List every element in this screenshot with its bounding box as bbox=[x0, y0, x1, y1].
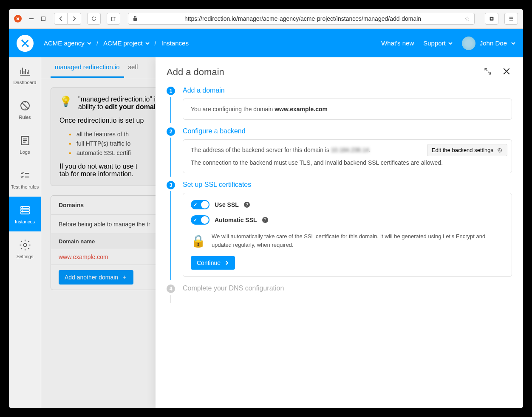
chevron-down-icon bbox=[511, 39, 515, 47]
forward-button[interactable] bbox=[68, 13, 81, 25]
sidebar-item-settings[interactable]: Settings bbox=[9, 231, 41, 266]
app-logo[interactable] bbox=[17, 35, 34, 52]
sidebar-item-rules[interactable]: Rules bbox=[9, 92, 41, 127]
svg-point-13 bbox=[23, 243, 27, 247]
step-text: The address of the backend server for th… bbox=[191, 147, 331, 153]
info-text: tab for more information. bbox=[59, 170, 133, 178]
chevron-down-icon bbox=[87, 39, 91, 47]
plus-icon: ＋ bbox=[122, 273, 127, 281]
step-3-box: Use SSL ? Automatic SSL ? 🔒 We will auto… bbox=[183, 193, 512, 277]
step-number: 1 bbox=[167, 87, 175, 95]
support-label: Support bbox=[423, 39, 446, 47]
ssl-info-text: We will automatically take care of the S… bbox=[212, 232, 504, 250]
user-name: John Doe bbox=[480, 39, 507, 47]
url-text: https://redirection.io/manager/acme-agen… bbox=[141, 15, 464, 22]
drawer-title: Add a domain bbox=[167, 67, 224, 78]
sidebar-item-logs[interactable]: Logs bbox=[9, 127, 41, 162]
whats-new-link[interactable]: What's new bbox=[381, 39, 414, 47]
add-another-domain-button[interactable]: Add another domain ＋ bbox=[59, 270, 133, 285]
app-header: ACME agency / ACME project / Instances W… bbox=[9, 29, 523, 57]
tab-managed[interactable]: managed redirection.io bbox=[51, 57, 124, 78]
bookmark-star-icon[interactable]: ☆ bbox=[464, 15, 470, 22]
info-text: "managed redirection.io" i bbox=[78, 96, 156, 103]
step-number: 2 bbox=[167, 127, 175, 136]
sidebar-item-dashboard[interactable]: Dashboard bbox=[9, 57, 41, 92]
rules-icon bbox=[19, 99, 31, 112]
help-icon[interactable]: ? bbox=[244, 202, 250, 208]
info-text: If you do not want to use t bbox=[59, 163, 137, 170]
step-title: Set up SSL certificates bbox=[183, 181, 512, 189]
sidebar-item-instances[interactable]: Instances bbox=[9, 197, 41, 231]
chevron-down-icon bbox=[448, 39, 453, 47]
breadcrumb-project[interactable]: ACME project bbox=[101, 39, 152, 47]
domain-link[interactable]: www.example.com bbox=[59, 254, 108, 260]
step-2-box: Edit the backend settings The address of… bbox=[183, 139, 512, 173]
svg-rect-0 bbox=[112, 17, 114, 21]
breadcrumb-label: ACME agency bbox=[44, 39, 85, 47]
svg-rect-1 bbox=[133, 18, 137, 21]
svg-point-4 bbox=[27, 45, 28, 47]
sidebar: Dashboard Rules Logs Test the rules Inst… bbox=[9, 57, 41, 408]
gear-icon bbox=[19, 239, 31, 251]
support-menu[interactable]: Support bbox=[421, 39, 455, 47]
step-number: 3 bbox=[167, 181, 175, 189]
step-title: Add a domain bbox=[183, 87, 512, 94]
sidebar-label: Rules bbox=[19, 115, 31, 120]
sidebar-item-test[interactable]: Test the rules bbox=[9, 162, 41, 197]
toggle-label: Use SSL bbox=[215, 201, 239, 208]
history-icon bbox=[497, 147, 503, 153]
svg-point-3 bbox=[21, 39, 23, 41]
close-button[interactable] bbox=[501, 66, 512, 78]
backend-ip: 10.184.236.14 bbox=[331, 147, 369, 153]
back-button[interactable] bbox=[54, 13, 68, 25]
button-label: Continue bbox=[197, 259, 221, 266]
automatic-ssl-toggle[interactable] bbox=[191, 215, 209, 225]
avatar bbox=[462, 37, 475, 50]
window-minimize-button[interactable] bbox=[29, 18, 34, 19]
toggle-label: Automatic SSL bbox=[215, 217, 257, 223]
reload-button[interactable] bbox=[87, 13, 101, 25]
url-bar[interactable]: https://redirection.io/manager/acme-agen… bbox=[128, 13, 475, 25]
breadcrumb-separator: / bbox=[152, 39, 159, 47]
button-label: Add another domain bbox=[65, 274, 118, 281]
continue-button[interactable]: Continue bbox=[191, 256, 235, 270]
step-text: You are configuring the domain bbox=[191, 106, 274, 113]
barchart-icon bbox=[19, 65, 31, 77]
step-number: 4 bbox=[167, 285, 175, 293]
button-label: Edit the backend settings bbox=[432, 147, 493, 153]
add-domain-drawer: Add a domain 1 Add a domain You bbox=[156, 57, 523, 408]
bulb-icon: 💡 bbox=[59, 96, 72, 111]
svg-point-12 bbox=[22, 212, 23, 213]
breadcrumb-instances[interactable]: Instances bbox=[159, 39, 191, 47]
breadcrumb-agency[interactable]: ACME agency bbox=[41, 39, 94, 47]
chevron-right-icon bbox=[225, 261, 229, 265]
menu-button[interactable] bbox=[504, 13, 518, 25]
svg-point-10 bbox=[22, 207, 23, 208]
sidebar-label: Test the rules bbox=[11, 184, 39, 189]
step-text: The connection to the backend must use T… bbox=[191, 159, 504, 166]
tab-self[interactable]: self bbox=[124, 57, 142, 78]
breadcrumb-label: Instances bbox=[161, 39, 189, 47]
logs-icon bbox=[19, 134, 31, 147]
sidebar-label: Dashboard bbox=[14, 80, 37, 85]
help-icon[interactable]: ? bbox=[262, 217, 268, 223]
step-title: Complete your DNS configuration bbox=[183, 285, 512, 292]
breadcrumb-separator: / bbox=[94, 39, 101, 47]
browser-chrome: https://redirection.io/manager/acme-agen… bbox=[9, 9, 523, 29]
user-menu[interactable]: John Doe bbox=[462, 37, 515, 50]
sidebar-label: Settings bbox=[17, 254, 34, 259]
reader-button[interactable] bbox=[107, 13, 120, 25]
bookmarks-button[interactable] bbox=[485, 13, 498, 25]
step-1-box: You are configuring the domain www.examp… bbox=[183, 99, 512, 120]
use-ssl-toggle[interactable] bbox=[191, 200, 209, 209]
expand-button[interactable] bbox=[482, 66, 493, 78]
window-maximize-button[interactable] bbox=[41, 17, 45, 21]
checklist-icon bbox=[19, 169, 31, 182]
lock-icon: 🔒 bbox=[191, 232, 206, 250]
chevron-down-icon bbox=[145, 39, 150, 47]
svg-point-11 bbox=[22, 210, 23, 211]
edit-backend-button[interactable]: Edit the backend settings bbox=[427, 144, 507, 156]
sidebar-label: Logs bbox=[20, 149, 30, 155]
window-close-button[interactable] bbox=[14, 15, 22, 23]
lock-icon bbox=[133, 15, 138, 23]
